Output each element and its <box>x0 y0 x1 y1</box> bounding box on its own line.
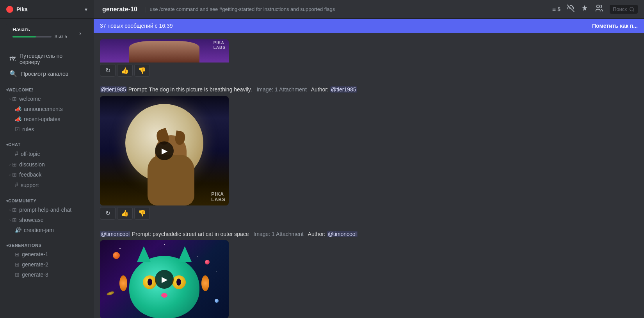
channel-header: generate-10 | use /create command and se… <box>94 0 644 19</box>
image-label-1: Image: 1 Attachment <box>254 86 310 93</box>
channel-topic: use /create command and see #getting-sta… <box>149 6 552 12</box>
server-header[interactable]: Pika ▾ <box>0 0 94 19</box>
expand-icon-showcase: › <box>9 218 11 222</box>
sidebar-item-generate-2[interactable]: ⊞ generate-2 <box>3 259 91 270</box>
section-header-generations[interactable]: ▾ GENERATIONS <box>0 241 94 249</box>
main-content: generate-10 | use /create command and se… <box>94 0 644 318</box>
notification-banner[interactable]: 37 новых сообщений с 16:39 Пометить как … <box>94 19 644 33</box>
map-icon: 🗺 <box>9 55 16 63</box>
section-header-welcome[interactable]: ▾ WELCOME! <box>0 86 94 94</box>
header-divider: | <box>145 6 147 13</box>
search-icon <box>629 7 635 12</box>
channel-name-generate-1: generate-1 <box>22 251 48 257</box>
refresh-button-top[interactable]: ↻ <box>100 64 116 77</box>
section-community: ▾ COMMUNITY › ⊞ prompt-help-and-chat › ⊞… <box>0 197 94 235</box>
section-welcome: ▾ WELCOME! › ⊞ welcome 📣 announcements 📣… <box>0 86 94 134</box>
sidebar-item-generate-3[interactable]: ⊞ generate-3 <box>3 270 91 280</box>
top-partial-image[interactable]: PIKALABS <box>100 39 229 63</box>
svg-line-3 <box>633 10 634 11</box>
sidebar-item-prompt-help[interactable]: › ⊞ prompt-help-and-chat <box>3 205 91 215</box>
video-thumbnail-dog[interactable]: ▶ PIKALABS <box>100 96 229 205</box>
expand-icon-feedback: › <box>9 173 11 177</box>
sidebar-item-discussion[interactable]: › ⊞ discussion <box>3 159 91 170</box>
message-group-1: @tier1985 Prompt: The dog in this pictur… <box>94 84 644 226</box>
thread-number: 5 <box>557 6 560 13</box>
banner-text: 37 новых сообщений с 16:39 <box>100 23 592 29</box>
sidebar: Pika ▾ Начать 3 из 5 › 🗺 Путеводитель по… <box>0 0 94 318</box>
forum-icon-prompt-help: ⊞ <box>12 207 17 213</box>
video-thumbnail-cat[interactable]: ▶ <box>100 240 229 318</box>
forum-icon-generate-1: ⊞ <box>15 251 20 257</box>
message-text-1: @tier1985 Prompt: The dog in this pictur… <box>100 86 638 94</box>
author-label-2: Author: <box>308 231 326 237</box>
banner-action[interactable]: Пометить как п... <box>592 23 638 29</box>
sidebar-item-support[interactable]: # support <box>3 180 91 191</box>
prompt-text-1: The dog in this picture is breathing hea… <box>149 86 252 93</box>
mute-icon[interactable] <box>567 4 575 14</box>
svg-point-2 <box>630 7 633 11</box>
forum-icon-feedback: ⊞ <box>12 172 17 178</box>
header-actions: ≡ 5 Поиск <box>552 4 638 14</box>
sidebar-item-recent-updates[interactable]: 📣 recent-updates <box>3 114 91 124</box>
server-guide-label: Путеводитель по серверу <box>20 53 84 65</box>
sidebar-item-showcase[interactable]: › ⊞ showcase <box>3 215 91 225</box>
sidebar-item-welcome[interactable]: › ⊞ welcome <box>3 94 91 104</box>
expand-icon-welcome: › <box>9 97 11 101</box>
author-mention-1[interactable]: @tier1985 <box>100 86 127 93</box>
search-box[interactable]: Поиск <box>610 5 638 14</box>
sidebar-item-off-topic[interactable]: # off-topic <box>3 148 91 159</box>
watermark-dog: PIKALABS <box>211 191 226 202</box>
thread-icon: ≡ <box>552 6 556 13</box>
prompt-text-2: psychedelic street art cat in outer spac… <box>153 231 249 237</box>
play-button-cat[interactable]: ▶ <box>155 270 174 289</box>
section-label-generations: GENERATIONS <box>8 243 91 248</box>
thread-count[interactable]: ≡ 5 <box>552 6 560 13</box>
refresh-button-1[interactable]: ↻ <box>100 207 116 220</box>
sidebar-item-feedback[interactable]: › ⊞ feedback <box>3 170 91 180</box>
onboarding-progress-text: 3 из 5 <box>55 34 67 39</box>
sidebar-item-announcements[interactable]: 📣 announcements <box>3 104 91 114</box>
author-mention-3[interactable]: @timoncool <box>100 231 130 237</box>
author-mention-2[interactable]: @tier1985 <box>330 86 357 93</box>
section-header-chat[interactable]: ▾ CHAT <box>0 141 94 148</box>
sidebar-item-generate-1[interactable]: ⊞ generate-1 <box>3 249 91 259</box>
channel-name-welcome: welcome <box>19 96 41 102</box>
author-mention-4[interactable]: @timoncool <box>327 231 358 237</box>
section-label-community: COMMUNITY <box>8 198 91 203</box>
pin-icon[interactable] <box>581 4 589 14</box>
prompt-label-2: Prompt: <box>132 231 151 237</box>
thumbsup-button-top[interactable]: 👍 <box>117 64 133 77</box>
channel-name-showcase: showcase <box>19 217 43 223</box>
svg-point-1 <box>597 5 600 8</box>
section-header-community[interactable]: ▾ COMMUNITY <box>0 197 94 205</box>
onboarding-progress-bar <box>12 36 52 38</box>
sidebar-item-browse-channels[interactable]: 🔍 Просмотр каналов <box>3 68 91 80</box>
voice-icon-creation-jam: 🔊 <box>15 227 21 233</box>
members-icon[interactable] <box>595 4 603 14</box>
channel-name-prompt-help: prompt-help-and-chat <box>19 207 71 213</box>
expand-icon-discussion: › <box>9 163 11 167</box>
announce-icon-recent-updates: 📣 <box>15 116 21 122</box>
channel-name-rules: rules <box>22 126 34 132</box>
prompt-label-1: Prompt: <box>128 86 148 93</box>
reaction-buttons-1: ↻ 👍 👎 <box>100 207 638 220</box>
image-label-2: Image: 1 Attachment <box>251 231 307 237</box>
sidebar-item-creation-jam[interactable]: 🔊 creation-jam <box>3 225 91 235</box>
server-name: Pika <box>16 6 85 13</box>
sidebar-item-rules[interactable]: ☑ rules <box>3 124 91 134</box>
forum-icon-showcase: ⊞ <box>12 217 17 223</box>
onboarding-widget[interactable]: Начать 3 из 5 › <box>6 22 87 44</box>
thumbsdown-button-1[interactable]: 👎 <box>134 207 150 220</box>
section-chat: ▾ CHAT # off-topic › ⊞ discussion › ⊞ fe… <box>0 141 94 191</box>
thumbsdown-button-top[interactable]: 👎 <box>134 64 150 77</box>
channel-name-discussion: discussion <box>19 161 44 168</box>
channel-name-feedback: feedback <box>19 172 41 178</box>
sidebar-nav: 🗺 Путеводитель по серверу 🔍 Просмотр кан… <box>0 47 94 318</box>
hash-icon-support: # <box>15 182 18 189</box>
thumbsup-button-1[interactable]: 👍 <box>117 207 133 220</box>
sidebar-item-server-guide[interactable]: 🗺 Путеводитель по серверу <box>3 50 91 68</box>
play-button-dog[interactable]: ▶ <box>155 141 174 160</box>
channel-name-support: support <box>21 182 39 188</box>
channel-name-announcements: announcements <box>24 106 63 112</box>
onboarding-chevron-icon[interactable]: › <box>79 30 81 36</box>
